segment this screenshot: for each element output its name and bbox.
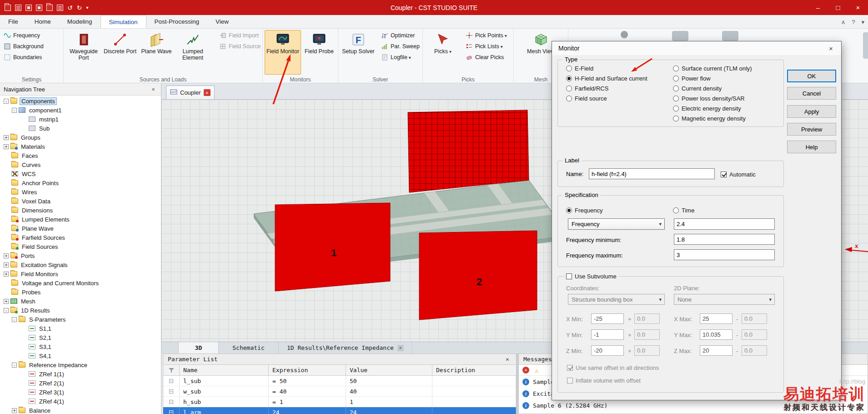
pick-points-button[interactable]: Pick Points ▾ (464, 30, 509, 41)
setup-solver-button[interactable]: F Setup Solver (340, 30, 376, 75)
tree-item-component1[interactable]: -component1 (0, 106, 161, 115)
x-max-offset-input[interactable] (742, 313, 767, 324)
collapse-icon[interactable]: - (4, 308, 9, 313)
z-min-offset-input[interactable] (634, 345, 660, 356)
tree-item-dimensions[interactable]: Dimensions (0, 206, 161, 215)
expand-icon[interactable]: + (4, 263, 9, 268)
clear-messages-icon[interactable]: × (522, 367, 529, 374)
filter-icon[interactable] (163, 365, 180, 375)
ribbon-options-caret-icon[interactable]: ▾ (861, 19, 864, 25)
tree-item-materials[interactable]: +Materials (0, 142, 161, 151)
tab-post-processing[interactable]: Post-Processing (146, 15, 207, 28)
logfile-button[interactable]: Logfile ▾ (379, 52, 421, 63)
undo-icon[interactable]: ↺ (67, 5, 73, 11)
frequency-button[interactable]: Frequency (2, 30, 61, 41)
parameter-list-close-icon[interactable]: × (503, 356, 512, 363)
new-project-icon[interactable] (5, 5, 11, 11)
radio-e-field[interactable]: E-Field (566, 65, 593, 72)
radio-magnetic-energy-density[interactable]: Magnetic energy density (673, 115, 746, 122)
tree-item-components[interactable]: -Components (0, 96, 161, 106)
discrete-port-button[interactable]: Discrete Port (102, 30, 138, 75)
port-3-mesh-plane[interactable] (408, 110, 529, 192)
2d-plane-dropdown[interactable]: None▾ (674, 294, 775, 305)
field-monitor-button[interactable]: Field Monitor (265, 30, 301, 75)
tree-item-wcs[interactable]: WCS (0, 169, 161, 178)
warning-icon[interactable]: ⚠ (535, 367, 538, 374)
boundaries-button[interactable]: Boundaries (2, 52, 61, 63)
tree-item-lumped-elements[interactable]: Lumped Elements (0, 215, 161, 224)
parameter-row[interactable]: h_sub = 1 1 (163, 397, 516, 407)
par-sweep-button[interactable]: Par. Sweep (379, 41, 421, 52)
preview-button[interactable]: Preview (787, 123, 836, 136)
tab-file[interactable]: File (0, 15, 26, 28)
view-tab-3d[interactable]: 3D (179, 342, 219, 353)
tree-item-faces[interactable]: Faces (0, 151, 161, 160)
save-icon[interactable] (25, 5, 32, 11)
radio-frequency[interactable]: Frequency (566, 207, 602, 214)
y-min-input[interactable] (591, 329, 624, 340)
tree-item-s31[interactable]: S3,1 (0, 342, 161, 351)
radio-time[interactable]: Time (673, 207, 694, 214)
radio-power-flow[interactable]: Power flow (673, 75, 711, 82)
optimizer-button[interactable]: Optimizer (379, 30, 421, 41)
tree-item-s41[interactable]: S4,1 (0, 351, 161, 360)
radio-field-source[interactable]: Field source (566, 95, 607, 102)
tree-item-zref3[interactable]: ZRef 3(1) (0, 388, 161, 397)
view-tab-close-icon[interactable]: × (397, 345, 404, 351)
same-offset-checkbox[interactable]: Use same offset in all directions (567, 364, 659, 371)
apply-button[interactable]: Apply (787, 105, 836, 118)
radio-h-field-surface-current[interactable]: H-Field and Surface current (566, 75, 647, 82)
use-subvolume-checkbox[interactable]: Use Subvolume (564, 273, 618, 280)
expand-icon[interactable]: + (12, 408, 17, 413)
help-icon[interactable]: ? (852, 19, 855, 25)
tree-item-zref1[interactable]: ZRef 1(1) (0, 369, 161, 379)
tree-item-curves[interactable]: Curves (0, 160, 161, 169)
gear-icon[interactable] (621, 31, 628, 38)
collapse-icon[interactable]: - (12, 363, 17, 368)
z-min-input[interactable] (591, 345, 624, 356)
radio-current-density[interactable]: Current density (673, 85, 722, 92)
tree-item-reference-impedance[interactable]: -Reference Impedance (0, 360, 161, 369)
tree-item-s-parameters[interactable]: -S-Parameters (0, 315, 161, 324)
tree-item-zref2[interactable]: ZRef 2(1) (0, 379, 161, 388)
x-min-offset-input[interactable] (634, 313, 660, 324)
x-min-input[interactable] (591, 313, 624, 324)
y-max-offset-input[interactable] (742, 329, 767, 340)
expand-icon[interactable]: + (4, 253, 9, 258)
radio-electric-energy-density[interactable]: Electric energy density (673, 105, 741, 112)
expand-icon[interactable]: + (4, 144, 9, 149)
tree-item-voxel-data[interactable]: Voxel Data (0, 197, 161, 206)
tree-item-balance[interactable]: +Balance (0, 406, 161, 414)
monitor-name-input[interactable] (589, 168, 715, 179)
tree-item-excitation-signals[interactable]: +Excitation Signals (0, 260, 161, 269)
tree-item-probes[interactable]: Probes (0, 288, 161, 297)
collapse-icon[interactable]: - (4, 99, 9, 104)
frequency-value-input[interactable] (674, 218, 775, 230)
radio-farfield-rcs[interactable]: Farfield/RCS (566, 85, 608, 92)
view-tab-1d-results[interactable]: 1D Results\Reference Impedance× (279, 342, 412, 353)
z-max-offset-input[interactable] (742, 345, 767, 356)
close-button[interactable]: × (848, 0, 868, 15)
pick-lists-button[interactable]: Pick Lists ▾ (464, 41, 509, 52)
radio-surface-current-tlm[interactable]: Surface current (TLM only) (673, 65, 752, 72)
partial-ribbon-icon[interactable] (722, 31, 738, 41)
quick-access-caret-icon[interactable]: ▾ (86, 5, 88, 10)
z-max-input[interactable] (700, 345, 733, 356)
collapse-icon[interactable]: - (12, 108, 17, 113)
redo-icon[interactable]: ↻ (77, 5, 82, 11)
automatic-checkbox[interactable]: Automatic (721, 171, 756, 178)
tab-modeling[interactable]: Modeling (59, 15, 100, 28)
tree-item-zref4[interactable]: ZRef 4(1) (0, 397, 161, 406)
expand-icon[interactable]: + (4, 299, 9, 304)
ok-button[interactable]: OK (787, 70, 836, 82)
y-max-input[interactable] (700, 329, 733, 340)
tree-item-anchor-points[interactable]: Anchor Points (0, 178, 161, 187)
x-max-input[interactable] (700, 313, 733, 324)
partial-ribbon-icon[interactable] (863, 32, 868, 59)
print-icon[interactable] (57, 5, 63, 11)
port-2-plane[interactable] (419, 231, 537, 320)
parameter-row[interactable]: w_sub = 40 40 (163, 386, 516, 397)
lumped-element-button[interactable]: Lumped Element (175, 30, 211, 75)
tab-view[interactable]: View (207, 15, 237, 28)
cancel-button[interactable]: Cancel (787, 87, 836, 100)
